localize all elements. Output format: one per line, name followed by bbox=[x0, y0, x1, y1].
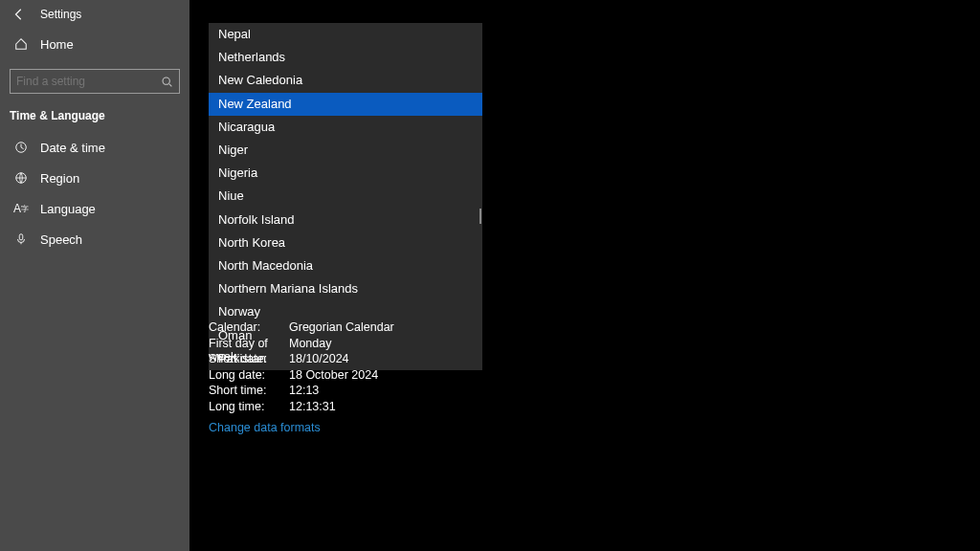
sidebar-item-date-time[interactable]: Date & time bbox=[0, 132, 189, 163]
dropdown-item[interactable]: Norfolk Island bbox=[209, 209, 482, 231]
format-label: Short time: bbox=[209, 384, 289, 399]
section-title: Time & Language bbox=[0, 103, 189, 132]
sidebar: Settings Home Time & Language Date & tim… bbox=[0, 0, 189, 551]
search-input[interactable] bbox=[16, 75, 160, 88]
dropdown-item[interactable]: Nepal bbox=[209, 23, 482, 46]
format-row: Long time:12:13:31 bbox=[209, 400, 394, 415]
format-label: Long time: bbox=[209, 400, 289, 415]
format-value: 18 October 2024 bbox=[289, 368, 378, 384]
search-box[interactable] bbox=[10, 69, 180, 94]
sidebar-item-label: Speech bbox=[40, 232, 82, 247]
change-data-formats-link[interactable]: Change data formats bbox=[209, 421, 321, 434]
format-value: 18/10/2024 bbox=[289, 352, 349, 367]
dropdown-item[interactable]: New Caledonia bbox=[209, 69, 482, 92]
language-icon: A字 bbox=[13, 201, 29, 216]
format-row: First day of week:Monday bbox=[209, 337, 394, 352]
clock-icon bbox=[13, 140, 29, 155]
format-row: Long date:18 October 2024 bbox=[209, 368, 394, 384]
format-label: First day of week: bbox=[209, 337, 289, 352]
dropdown-item[interactable]: North Korea bbox=[209, 231, 482, 254]
dropdown-item[interactable]: New Zealand bbox=[209, 93, 482, 116]
format-value: Gregorian Calendar bbox=[289, 320, 394, 336]
sidebar-item-label: Language bbox=[40, 202, 96, 216]
format-label: Calendar: bbox=[209, 320, 289, 336]
sidebar-home[interactable]: Home bbox=[0, 27, 189, 61]
format-row: Short date:18/10/2024 bbox=[209, 352, 394, 367]
svg-rect-3 bbox=[19, 234, 23, 240]
home-label: Home bbox=[40, 37, 74, 52]
format-value: Monday bbox=[289, 337, 331, 352]
region-dropdown[interactable]: NepalNetherlandsNew CaledoniaNew Zealand… bbox=[209, 23, 482, 370]
format-value: 12:13 bbox=[289, 384, 319, 399]
format-row: Short time:12:13 bbox=[209, 384, 394, 399]
dropdown-item[interactable]: Niger bbox=[209, 139, 482, 162]
dropdown-item[interactable]: Nigeria bbox=[209, 162, 482, 185]
sidebar-header: Settings bbox=[0, 0, 189, 27]
svg-point-0 bbox=[163, 77, 169, 84]
format-value: 12:13:31 bbox=[289, 400, 336, 415]
format-label: Short date: bbox=[209, 352, 289, 367]
sidebar-item-label: Date & time bbox=[40, 141, 105, 155]
home-icon bbox=[13, 36, 29, 52]
scrollbar-thumb[interactable] bbox=[479, 209, 481, 224]
sidebar-item-speech[interactable]: Speech bbox=[0, 224, 189, 254]
microphone-icon bbox=[13, 231, 29, 247]
globe-icon bbox=[13, 170, 29, 186]
sidebar-item-label: Region bbox=[40, 171, 79, 186]
dropdown-item[interactable]: Netherlands bbox=[209, 46, 482, 69]
dropdown-item[interactable]: Niue bbox=[209, 185, 482, 208]
app-title: Settings bbox=[40, 8, 81, 21]
dropdown-item[interactable]: Nicaragua bbox=[209, 116, 482, 139]
search-icon bbox=[160, 74, 173, 89]
format-list: Calendar:Gregorian CalendarFirst day of … bbox=[209, 320, 394, 415]
dropdown-item[interactable]: Northern Mariana Islands bbox=[209, 277, 482, 300]
format-label: Long date: bbox=[209, 368, 289, 384]
sidebar-item-region[interactable]: Region bbox=[0, 163, 189, 193]
dropdown-item[interactable]: North Macedonia bbox=[209, 254, 482, 277]
sidebar-item-language[interactable]: A字 Language bbox=[0, 193, 189, 224]
format-row: Calendar:Gregorian Calendar bbox=[209, 320, 394, 336]
back-icon[interactable] bbox=[11, 7, 27, 22]
